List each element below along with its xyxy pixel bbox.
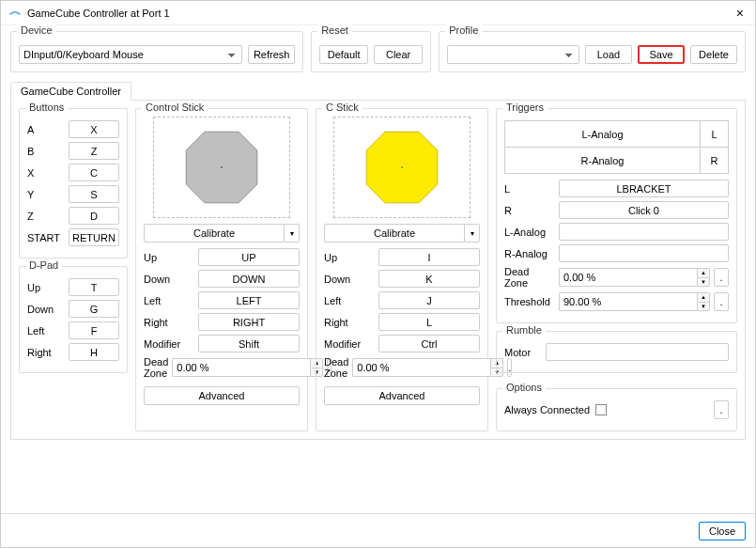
binding-button[interactable]: UP [198, 248, 300, 266]
label: Down [144, 274, 194, 285]
binding-button[interactable]: Click 0 [559, 201, 729, 219]
reset-title: Reset [317, 24, 352, 36]
app-icon [8, 8, 22, 18]
options-group: Options Always Connected . [496, 388, 737, 431]
trig-deadzone-more[interactable]: . [714, 268, 729, 287]
trig-threshold-down[interactable]: ▼ [697, 302, 710, 312]
cs-deadzone-input[interactable] [172, 358, 310, 377]
binding-button[interactable]: I [378, 248, 480, 266]
label: Modifier [144, 338, 194, 350]
binding-button[interactable]: F [69, 321, 119, 339]
delete-button[interactable]: Delete [690, 45, 737, 64]
always-connected-checkbox[interactable] [595, 404, 607, 415]
label: B [27, 146, 65, 157]
load-button[interactable]: Load [585, 45, 632, 64]
label: R-Analog [504, 248, 555, 259]
close-icon[interactable]: × [733, 6, 748, 21]
binding-button[interactable]: RETURN [69, 228, 119, 246]
trigger-lanalog-cell[interactable]: L-Analog [505, 121, 701, 148]
cst-advanced-button[interactable]: Advanced [324, 386, 480, 405]
trig-threshold-more[interactable]: . [714, 292, 729, 311]
binding-button[interactable]: J [378, 291, 480, 309]
label: Modifier [324, 338, 375, 350]
trigger-r-cell[interactable]: R [701, 148, 729, 174]
label: Left [324, 295, 375, 306]
binding-button[interactable]: D [69, 207, 119, 225]
trigger-ranalog-cell[interactable]: R-Analog [505, 148, 701, 174]
options-more[interactable]: . [714, 400, 729, 419]
binding-button[interactable]: LEFT [198, 291, 300, 309]
cs-deadzone-label: Dead Zone [144, 356, 168, 379]
trig-deadzone-down[interactable]: ▼ [697, 277, 710, 288]
device-group: Device DInput/0/Keyboard Mouse Refresh [10, 31, 303, 72]
profile-title: Profile [445, 24, 482, 36]
trigger-l-cell[interactable]: L [701, 121, 729, 148]
trig-deadzone-label: Dead Zone [504, 266, 555, 289]
binding-button[interactable]: G [69, 300, 119, 318]
label: Right [144, 317, 194, 328]
refresh-button[interactable]: Refresh [248, 45, 295, 64]
binding-button[interactable]: L [378, 313, 480, 331]
rumble-title: Rumble [502, 324, 546, 336]
cs-advanced-button[interactable]: Advanced [144, 386, 300, 405]
label: Down [324, 274, 375, 285]
binding-button[interactable]: RIGHT [198, 313, 300, 331]
trig-deadzone-input[interactable] [559, 268, 697, 287]
label: A [27, 124, 65, 135]
binding-button[interactable]: Shift [198, 335, 300, 352]
motor-button[interactable] [546, 343, 729, 361]
binding-button[interactable]: K [378, 270, 480, 288]
label: Y [27, 189, 65, 200]
default-button[interactable]: Default [319, 45, 368, 64]
binding-button[interactable] [559, 244, 729, 262]
c-stick-visual [333, 117, 471, 218]
device-select[interactable]: DInput/0/Keyboard Mouse [19, 45, 242, 64]
buttons-title: Buttons [25, 102, 68, 113]
dpad-group: D-Pad UpTDownGLeftFRightH [19, 266, 128, 373]
profile-select[interactable] [447, 45, 579, 64]
cst-deadzone-label: Dead Zone [324, 356, 348, 379]
binding-button[interactable]: X [69, 120, 119, 138]
tab-gamecube-controller[interactable]: GameCube Controller [10, 82, 131, 101]
trig-deadzone-up[interactable]: ▲ [697, 268, 710, 277]
label: START [27, 232, 65, 243]
binding-button[interactable]: T [69, 278, 119, 296]
binding-button[interactable]: LBRACKET [559, 180, 729, 197]
control-stick-calibrate-drop[interactable]: ▾ [285, 224, 300, 243]
label: Z [27, 211, 65, 222]
label: L-Analog [504, 227, 555, 238]
trig-threshold-input[interactable] [559, 292, 697, 311]
binding-button[interactable]: DOWN [198, 270, 300, 288]
label: Down [27, 304, 65, 315]
label: Up [144, 252, 194, 263]
label: X [27, 167, 65, 179]
svg-point-3 [401, 166, 403, 168]
trig-threshold-up[interactable]: ▲ [697, 292, 710, 302]
binding-button[interactable]: C [69, 164, 119, 181]
control-stick-title: Control Stick [142, 102, 208, 113]
cst-deadzone-input[interactable] [352, 358, 490, 377]
c-stick-calibrate-drop[interactable]: ▾ [465, 224, 480, 243]
buttons-group: Buttons AXBZXCYSZDSTARTRETURN [19, 108, 128, 258]
reset-group: Reset Default Clear [311, 31, 431, 72]
label: Up [324, 252, 375, 263]
rumble-group: Rumble Motor [496, 331, 737, 373]
label: Up [27, 282, 65, 293]
binding-button[interactable]: Ctrl [378, 335, 480, 352]
binding-button[interactable]: Z [69, 142, 119, 160]
triggers-title: Triggers [502, 102, 548, 113]
window-title: GameCube Controller at Port 1 [27, 8, 733, 19]
device-title: Device [17, 24, 56, 36]
trig-threshold-label: Threshold [504, 296, 555, 307]
binding-button[interactable]: S [69, 185, 119, 203]
clear-button[interactable]: Clear [374, 45, 423, 64]
options-title: Options [502, 382, 546, 393]
control-stick-group: Control Stick Calibrate ▾ UpUPDownDOWNLe… [135, 108, 308, 431]
close-button[interactable]: Close [699, 522, 746, 540]
label: Right [27, 347, 65, 358]
binding-button[interactable] [559, 223, 729, 241]
binding-button[interactable]: H [69, 343, 119, 361]
control-stick-calibrate[interactable]: Calibrate [144, 224, 285, 243]
c-stick-calibrate[interactable]: Calibrate [324, 224, 465, 243]
save-button[interactable]: Save [638, 45, 685, 64]
